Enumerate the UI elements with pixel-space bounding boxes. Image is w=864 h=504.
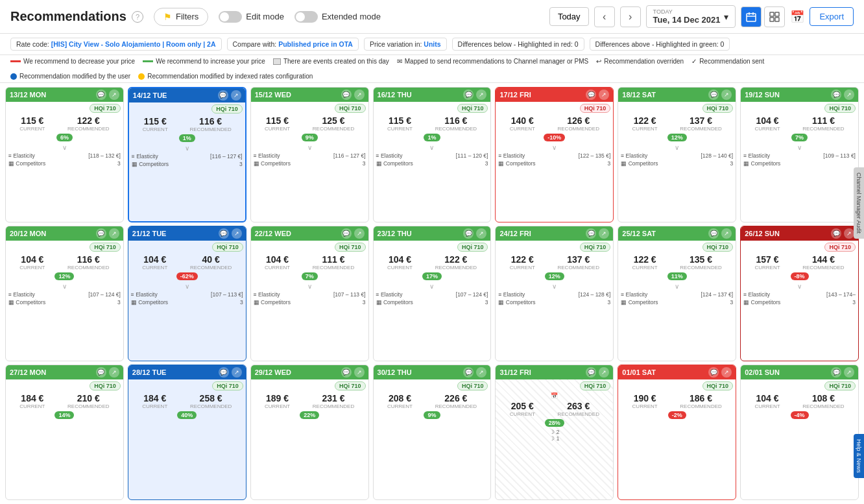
trend-icon-2012[interactable]: ↗ — [109, 228, 119, 239]
competitors-val-2312: 3 — [485, 299, 488, 306]
expand-1213[interactable]: ∨ — [6, 143, 123, 152]
comment-icon-2512[interactable]: 💬 — [708, 228, 719, 239]
trend-icon-1712[interactable]: ↗ — [599, 90, 609, 100]
trend-icon-2712[interactable]: ↗ — [109, 367, 119, 378]
comment-icon-2012[interactable]: 💬 — [96, 228, 106, 239]
trend-icon-1412[interactable]: ↗ — [231, 90, 241, 101]
trend-icon-1512[interactable]: ↗ — [354, 90, 365, 100]
trend-icon-2112[interactable]: ↗ — [232, 228, 242, 239]
expand-2212[interactable]: ∨ — [251, 282, 368, 291]
comment-icon-0201[interactable]: 💬 — [831, 367, 841, 378]
elasticity-1213: ≡ Elasticity [118 – 132 €] — [6, 152, 123, 160]
page: Recommendations ? ⚑ Filters Edit mode Ex… — [0, 0, 864, 504]
expand-2012[interactable]: ∨ — [6, 282, 123, 291]
trend-icon-2412[interactable]: ↗ — [599, 228, 609, 239]
price-recommended-lbl-1712: RECOMMENDED — [557, 126, 599, 132]
comment-icon-1213[interactable]: 💬 — [96, 90, 106, 100]
comment-icon-2312[interactable]: 💬 — [463, 228, 474, 239]
next-button[interactable]: › — [620, 6, 641, 27]
prices-1512: 115 € CURRENT 125 € RECOMMENDED — [251, 114, 368, 133]
hqi-wrap-1712: HQi 710 — [496, 102, 613, 114]
competitors-val-2412: 3 — [608, 299, 611, 306]
expand-1812[interactable]: ∨ — [618, 143, 736, 152]
elasticity-label-2512: ≡ Elasticity — [621, 291, 647, 298]
today-button[interactable]: Today — [549, 7, 589, 26]
expand-1412[interactable]: ∨ — [129, 144, 245, 152]
help-news-panel[interactable]: Help & News — [854, 434, 864, 478]
price-current-val-3112: 205 € — [510, 401, 535, 411]
price-current-val-1412: 115 € — [143, 116, 168, 126]
comment-icon-1712[interactable]: 💬 — [586, 90, 596, 100]
comment-icon-2612[interactable]: 💬 — [831, 228, 841, 239]
comment-icon-1412[interactable]: 💬 — [218, 90, 228, 101]
date-picker[interactable]: TODAY Tue, 14 Dec 2021 ▾ — [646, 5, 736, 28]
calendar-view-button[interactable] — [741, 6, 762, 27]
elasticity-2112: ≡ Elasticity [107 – 113 €] — [128, 291, 246, 298]
comment-icon-1912[interactable]: 💬 — [831, 90, 841, 100]
trend-icon-1213[interactable]: ↗ — [109, 90, 119, 100]
cal-icon[interactable]: 📅 — [790, 10, 804, 24]
comment-icon-2412[interactable]: 💬 — [586, 228, 596, 239]
price-current-2312: 104 € CURRENT — [387, 254, 413, 270]
trend-icon-2912[interactable]: ↗ — [354, 367, 365, 378]
extended-mode-toggle[interactable] — [294, 11, 318, 23]
competitors-label-2012: ▦ Competitors — [8, 299, 45, 306]
price-recommended-val-1213: 122 € — [67, 115, 109, 126]
trend-icon-2812[interactable]: ↗ — [232, 367, 242, 378]
comment-icon-2812[interactable]: 💬 — [219, 367, 229, 378]
expand-1512[interactable]: ∨ — [251, 143, 368, 152]
hqi-badge-1612: HQi 710 — [457, 104, 488, 113]
comment-icon-0101[interactable]: 💬 — [708, 367, 719, 378]
trend-icon-1812[interactable]: ↗ — [721, 90, 732, 100]
trend-icon-2212[interactable]: ↗ — [354, 228, 365, 239]
comment-icon-3012[interactable]: 💬 — [463, 367, 474, 378]
expand-2612[interactable]: ∨ — [741, 282, 858, 291]
hqi-wrap-2112: HQi 710 — [128, 241, 246, 253]
trend-icon-3012[interactable]: ↗ — [476, 367, 486, 378]
comment-icon-2112[interactable]: 💬 — [219, 228, 229, 239]
comment-icon-1812[interactable]: 💬 — [708, 90, 719, 100]
channel-manager-panel[interactable]: Channel Manager Audit — [854, 167, 864, 239]
price-current-2512: 122 € CURRENT — [632, 254, 658, 270]
expand-2112[interactable]: ∨ — [128, 282, 246, 291]
expand-1712[interactable]: ∨ — [496, 143, 613, 152]
comment-icon-2212[interactable]: 💬 — [341, 228, 352, 239]
trend-icon-2312[interactable]: ↗ — [476, 228, 486, 239]
expand-2312[interactable]: ∨ — [374, 282, 491, 291]
prices-2612: 157 € CURRENT 144 € RECOMMENDED — [741, 253, 858, 272]
prices-2312: 104 € CURRENT 122 € RECOMMENDED — [374, 253, 491, 272]
price-recommended-2812: 258 € RECOMMENDED — [190, 393, 232, 409]
comment-icon-3112[interactable]: 💬 — [586, 367, 596, 378]
price-recommended-val-2012: 116 € — [67, 254, 109, 265]
grid-view-button[interactable] — [764, 6, 785, 27]
pct-wrap-2512: 11% — [618, 272, 736, 282]
edit-mode-toggle[interactable] — [219, 11, 242, 23]
trend-icon-1912[interactable]: ↗ — [844, 90, 854, 100]
comment-icon-2712[interactable]: 💬 — [96, 367, 106, 378]
trend-icon-3112[interactable]: ↗ — [599, 367, 609, 378]
help-icon[interactable]: ? — [132, 11, 143, 23]
elasticity-1512: ≡ Elasticity [116 – 127 €] — [251, 152, 368, 160]
price-current-lbl-2512: CURRENT — [632, 265, 658, 270]
competitors-1512: ▦ Competitors 3 — [251, 160, 368, 168]
trend-icon-0101[interactable]: ↗ — [721, 367, 732, 378]
price-current-1912: 104 € CURRENT — [754, 115, 780, 132]
comment-icon-2912[interactable]: 💬 — [341, 367, 352, 378]
trend-icon-1612[interactable]: ↗ — [476, 90, 486, 100]
day-name-2912: 29/12 WED — [255, 368, 291, 376]
comment-icon-1612[interactable]: 💬 — [463, 90, 474, 100]
trend-icon-2612[interactable]: ↗ — [844, 228, 854, 239]
prev-button[interactable]: ‹ — [594, 6, 615, 27]
hqi-badge-0101: HQi 710 — [702, 381, 734, 390]
trend-icon-0201[interactable]: ↗ — [844, 367, 854, 378]
expand-2412[interactable]: ∨ — [496, 282, 613, 291]
expand-1912[interactable]: ∨ — [741, 143, 858, 152]
filter-button[interactable]: ⚑ Filters — [154, 8, 208, 26]
pct-wrap-1812: 12% — [618, 133, 736, 143]
expand-1612[interactable]: ∨ — [374, 143, 491, 152]
expand-2512[interactable]: ∨ — [618, 282, 736, 291]
trend-icon-2512[interactable]: ↗ — [721, 228, 732, 239]
comment-icon-1512[interactable]: 💬 — [341, 90, 352, 100]
hqi-badge-1412: HQi 710 — [211, 104, 243, 114]
export-button[interactable]: Export — [810, 7, 854, 26]
